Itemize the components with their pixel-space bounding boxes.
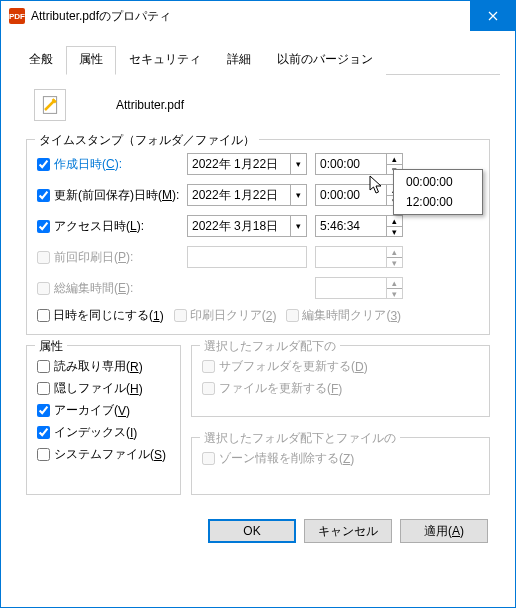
cancel-button[interactable]: キャンセル — [304, 519, 392, 543]
system-check[interactable]: システムファイル(S) — [37, 446, 170, 463]
zone-check: ゾーン情報を削除する(Z) — [202, 450, 479, 467]
tab-details[interactable]: 詳細 — [214, 46, 264, 75]
edit-time-time — [315, 277, 387, 299]
titlebar: PDF Attributer.pdfのプロパティ — [1, 1, 515, 31]
popup-item[interactable]: 00:00:00 — [394, 172, 482, 192]
created-check[interactable]: 作成日時(C): — [37, 156, 187, 173]
clear-print-check: 印刷日クリア(2) — [174, 307, 277, 324]
printed-time-spinner: ▴▾ — [387, 246, 403, 268]
created-time[interactable]: 0:00:00 — [315, 153, 387, 175]
edit-time-check: 総編集時間(E): — [37, 280, 187, 297]
created-date[interactable]: 2022年 1月22日 ▾ — [187, 153, 307, 175]
dropdown-icon[interactable]: ▾ — [290, 154, 306, 174]
tab-attributes[interactable]: 属性 — [66, 46, 116, 75]
created-checkbox[interactable] — [37, 158, 50, 171]
tab-general[interactable]: 全般 — [16, 46, 66, 75]
tab-strip: 全般 属性 セキュリティ 詳細 以前のバージョン — [16, 45, 500, 75]
time-suggest-popup[interactable]: 00:00:00 12:00:00 — [393, 169, 483, 215]
edit-time-checkbox — [37, 282, 50, 295]
hidden-check[interactable]: 隠しファイル(H) — [37, 380, 170, 397]
accessed-time[interactable]: 5:46:34 — [315, 215, 387, 237]
file-icon — [34, 89, 66, 121]
accessed-date[interactable]: 2022年 3月18日 ▾ — [187, 215, 307, 237]
archive-check[interactable]: アーカイブ(V) — [37, 402, 170, 419]
attr-group: 属性 読み取り専用(R) 隠しファイル(H) アーカイブ(V) インデックス(I… — [26, 345, 181, 495]
dropdown-icon[interactable]: ▾ — [290, 185, 306, 205]
printed-checkbox — [37, 251, 50, 264]
zone-group: 選択したフォルダ配下とファイルの ゾーン情報を削除する(Z) — [191, 437, 490, 495]
printed-date — [187, 246, 307, 268]
dropdown-icon[interactable]: ▾ — [290, 216, 306, 236]
properties-dialog: PDF Attributer.pdfのプロパティ 全般 属性 セキュリティ 詳細… — [0, 0, 516, 608]
zone-legend: 選択したフォルダ配下とファイルの — [200, 430, 400, 447]
subfolder-check: サブフォルダを更新する(D) — [202, 358, 479, 375]
readonly-check[interactable]: 読み取り専用(R) — [37, 358, 170, 375]
window-title: Attributer.pdfのプロパティ — [31, 8, 470, 25]
tab-security[interactable]: セキュリティ — [116, 46, 214, 75]
sync-dates-check[interactable]: 日時を同じにする(1) — [37, 307, 164, 324]
accessed-checkbox[interactable] — [37, 220, 50, 233]
printed-time — [315, 246, 387, 268]
modified-date[interactable]: 2022年 1月22日 ▾ — [187, 184, 307, 206]
close-button[interactable] — [470, 1, 515, 31]
file-name: Attributer.pdf — [116, 98, 184, 112]
attr-legend: 属性 — [35, 338, 67, 355]
apply-button[interactable]: 適用(A) — [400, 519, 488, 543]
popup-item[interactable]: 12:00:00 — [394, 192, 482, 212]
timestamp-legend: タイムスタンプ（フォルダ／ファイル） — [35, 132, 259, 149]
tab-previous[interactable]: 以前のバージョン — [264, 46, 386, 75]
index-check[interactable]: インデックス(I) — [37, 424, 170, 441]
clear-edit-check: 編集時間クリア(3) — [286, 307, 401, 324]
modified-time[interactable]: 0:00:00 — [315, 184, 387, 206]
ok-button[interactable]: OK — [208, 519, 296, 543]
pdf-icon: PDF — [9, 8, 25, 24]
accessed-check[interactable]: アクセス日時(L): — [37, 218, 187, 235]
folder-group: 選択したフォルダ配下の サブフォルダを更新する(D) ファイルを更新する(F) — [191, 345, 490, 417]
accessed-time-spinner[interactable]: ▴▾ — [387, 215, 403, 237]
printed-check: 前回印刷日(P): — [37, 249, 187, 266]
modified-check[interactable]: 更新(前回保存)日時(M): — [37, 187, 187, 204]
edit-time-spinner: ▴▾ — [387, 277, 403, 299]
folder-legend: 選択したフォルダ配下の — [200, 338, 340, 355]
files-check: ファイルを更新する(F) — [202, 380, 479, 397]
modified-checkbox[interactable] — [37, 189, 50, 202]
